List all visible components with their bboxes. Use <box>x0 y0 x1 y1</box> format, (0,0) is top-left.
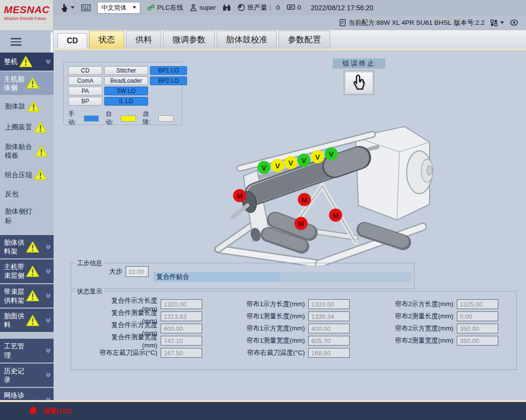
chevron-down-icon <box>45 244 52 250</box>
status-field-label: 帘布右裁刀温度(°C) <box>241 348 305 357</box>
motor-marker: M <box>329 209 342 222</box>
user-menu[interactable]: super <box>190 4 216 11</box>
tab-供料[interactable]: 供料 <box>126 31 161 49</box>
unit-status-BP2 LO[interactable]: BP2 LO <box>150 76 187 85</box>
unit-status-CD[interactable]: CD <box>68 66 102 75</box>
sidebar-item-胎面供料[interactable]: 胎面供料 <box>0 309 54 333</box>
sidebar-item-整机[interactable]: 整机 <box>0 53 54 72</box>
sidebar-item-胎体鼓[interactable]: 胎体鼓 <box>0 96 54 117</box>
touch-mode-button[interactable] <box>60 3 75 12</box>
unit-status-IL LO[interactable]: IL LO <box>104 97 148 106</box>
status-display-panel: 状态显示 复合件示方长度(mm)1320.00复合件测量长度(mm)1313.8… <box>71 291 517 370</box>
brand-tagline: Wisdom Breeds Future <box>4 16 50 21</box>
legend-swatch <box>121 115 136 122</box>
shift-output-label: 班产量： <box>247 3 274 12</box>
status-field-row: 帘布1示方宽度(mm)400.00 <box>241 324 350 333</box>
unit-status-BP[interactable]: BP <box>68 97 102 106</box>
view-button[interactable] <box>510 19 518 26</box>
hand-pointer-icon <box>60 3 68 12</box>
svg-text:M: M <box>237 192 243 200</box>
tab-胎体鼓校准[interactable]: 胎体鼓校准 <box>217 31 277 49</box>
message-count: 0 <box>298 4 301 11</box>
sidebar-item-组合压辊[interactable]: 组合压辊 <box>0 164 54 185</box>
legend-label: 自动: <box>106 110 118 127</box>
sidebar-item-上圈装置[interactable]: 上圈装置 <box>0 117 54 138</box>
sidebar-item-label: 胎体贴合模板 <box>5 142 33 160</box>
tab-CD[interactable]: CD <box>57 33 87 49</box>
unit-status-PA[interactable]: PA <box>68 87 102 95</box>
status-field-value: 350.00 <box>457 336 498 346</box>
unit-status-BeadLoader[interactable]: BeadLoader <box>104 76 148 85</box>
layout-switch-button[interactable] <box>490 19 504 26</box>
error-stop-label: 错误终止 <box>333 58 385 69</box>
keyboard-icon <box>81 4 91 11</box>
legend-swatch <box>158 115 173 122</box>
current-recipe: 当前配方:88W XL 4PR SU61 BHSL 版本号:2.2 <box>339 18 485 27</box>
status-field-label: 帘布2测量宽度(mm) <box>389 336 453 345</box>
step-name-extension <box>280 272 411 282</box>
search-button[interactable] <box>223 4 231 11</box>
shift-output: 班产量： 0 <box>238 3 280 12</box>
sidebar-item-主机胎体侧[interactable]: 主机胎体侧 <box>0 72 54 96</box>
warning-icon <box>19 55 33 68</box>
plc-status-label: PLC在线 <box>157 3 183 12</box>
sidebar-menu-button[interactable] <box>0 30 54 53</box>
user-icon <box>190 4 197 11</box>
status-field-row: 帘布右裁刀温度(°C)168.80 <box>241 348 350 358</box>
caret-down-icon <box>71 6 75 9</box>
status-field-value: 168.80 <box>308 348 350 358</box>
sidebar-item-历史记录[interactable]: 历史记录 <box>0 364 54 388</box>
warning-icon <box>27 100 40 112</box>
status-field-row: 帘布1测量宽度(mm)605.70 <box>241 336 350 346</box>
step-info-panel: 工步信息 大步 10.00 复合件贴合 <box>71 263 414 289</box>
warning-icon <box>26 265 39 277</box>
sidebar-item-主机带束层侧[interactable]: 主机带束层侧 <box>0 259 54 284</box>
sidebar-item-胎体侧灯标[interactable]: 胎体侧灯标 <box>0 202 54 229</box>
machine-diagram: VVVVVVMMMM <box>209 122 433 265</box>
sidebar-item-label: 反包 <box>5 189 19 198</box>
sidebar-item-胎体供料架[interactable]: 胎体供料架 <box>0 235 54 259</box>
hmi-app: MESNAC Wisdom Breeds Future 中文简体 PLC在线 s… <box>0 0 526 420</box>
unit-status-SW LO[interactable]: SW LO <box>104 87 148 95</box>
plc-status[interactable]: PLC在线 <box>147 3 183 12</box>
legend-label: 故障: <box>143 110 155 127</box>
message-counter[interactable]: 0 <box>287 4 301 11</box>
unit-status-ComA[interactable]: ComA <box>68 76 102 85</box>
language-select[interactable]: 中文简体 <box>97 2 140 14</box>
status-field-label: 帘布2示方长度(mm) <box>389 300 453 309</box>
status-field-label: 帘布1测量宽度(mm) <box>241 336 305 345</box>
sidebar-item-label: 组合压辊 <box>5 170 32 179</box>
status-field-row: 帘布2测量长度(mm)0.00 <box>389 311 498 321</box>
status-field-label: 帘布1测量长度(mm) <box>241 312 305 321</box>
unit-status-Stitcher[interactable]: Stitcher <box>104 66 148 75</box>
sidebar-item-label: 工艺管理 <box>4 342 24 359</box>
tab-参数配置[interactable]: 参数配置 <box>279 31 330 49</box>
svg-text:V: V <box>288 159 293 167</box>
sidebar-item-工艺管理[interactable]: 工艺管理 <box>0 339 54 363</box>
binoculars-icon <box>223 4 231 11</box>
tab-状态[interactable]: 状态 <box>89 31 124 49</box>
sidebar-item-胎体贴合模板[interactable]: 胎体贴合模板 <box>0 138 54 164</box>
chevron-up-icon <box>45 80 52 86</box>
eye-icon <box>510 19 518 26</box>
svg-text:V: V <box>301 156 306 164</box>
sidebar-item-反包[interactable]: 反包 <box>0 185 54 202</box>
alarm-bar[interactable]: 报警(102) <box>0 400 526 420</box>
sidebar-item-label: 上圈装置 <box>5 123 32 131</box>
step-label: 大步 <box>109 267 122 276</box>
sidebar-item-带束层供料架[interactable]: 带束层供料架 <box>0 284 54 309</box>
recipe-label: 当前配方:88W XL 4PR SU61 BHSL <box>348 18 451 27</box>
tab-微调参数[interactable]: 微调参数 <box>163 31 215 49</box>
valve-marker: V <box>271 159 284 172</box>
header-toolbar: 中文简体 PLC在线 super 班产量： 0 0 2022/08/12 17:… <box>54 0 526 15</box>
valve-marker: V <box>284 156 298 169</box>
valve-marker: V <box>298 154 311 167</box>
unit-status-BP1 LO[interactable]: BP1 LO <box>150 66 187 75</box>
chevron-down-icon <box>45 372 52 378</box>
keyboard-button[interactable] <box>81 4 91 11</box>
warning-icon <box>34 168 47 181</box>
error-stop-button[interactable] <box>344 71 374 95</box>
link-icon <box>147 4 155 11</box>
status-field-value: 1325.00 <box>457 299 498 309</box>
warning-icon <box>26 241 39 253</box>
